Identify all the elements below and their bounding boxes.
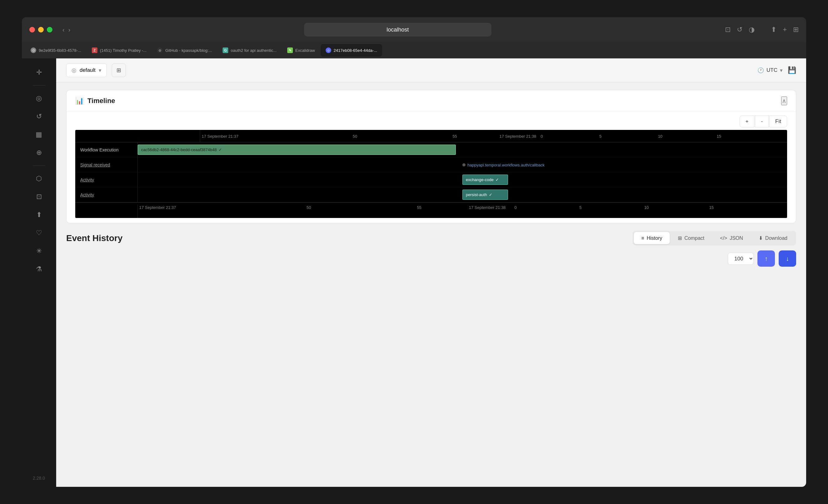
- forward-button[interactable]: ›: [68, 26, 71, 33]
- activity1-bar[interactable]: exchange-code ✓: [462, 175, 508, 185]
- pagination-controls: 100 50 25 ↑ ↓: [66, 250, 796, 267]
- activity2-bar[interactable]: persist-auth ✓: [462, 190, 508, 200]
- bottom-tick-50: 50: [306, 205, 311, 210]
- workflow-bar[interactable]: cac56db2-4868-44c2-bedd-ceaaf3874b48 ✓: [138, 144, 456, 155]
- page-down-button[interactable]: ↓: [779, 250, 796, 267]
- timeline-header: 📊 Timeline ∧: [67, 90, 796, 112]
- download-tab-icon: ⬇: [759, 235, 763, 241]
- traffic-lights: [29, 27, 52, 33]
- reload-icon[interactable]: ↺: [737, 26, 742, 34]
- sidebar-icon-flask[interactable]: ⚗: [31, 261, 47, 277]
- timeline-row-activity1: Activity exchange-code ✓: [75, 172, 787, 187]
- version-label: 2.28.0: [33, 475, 45, 480]
- ruler-tick-5: 5: [599, 134, 601, 138]
- timeline-chart-icon: 📊: [75, 97, 84, 105]
- sidebar-icon-eye[interactable]: ◎: [31, 91, 47, 106]
- json-tab-icon: </>: [720, 236, 727, 241]
- compact-tab-icon: ⊞: [678, 235, 682, 241]
- ruler-tick-15: 15: [716, 134, 721, 138]
- ruler-date-left: 17 September 21:37: [202, 134, 239, 138]
- row-label-activity1[interactable]: Activity: [75, 172, 138, 187]
- tab-1[interactable]: ⊙ 9e2e9f35-6b83-4578-...: [26, 44, 86, 56]
- compact-tab-label: Compact: [685, 236, 704, 241]
- bottom-ruler-date-right: 17 September 21:38: [469, 205, 506, 210]
- new-tab-icon[interactable]: +: [783, 26, 787, 34]
- timezone-value: UTC: [767, 67, 777, 73]
- bottom-tick-15: 15: [709, 205, 713, 210]
- sidebar-divider-1: [33, 85, 45, 86]
- save-layout-button[interactable]: 💾: [788, 66, 796, 74]
- timeline-row-activity2: Activity persist-auth ✓: [75, 187, 787, 202]
- check-icon-activity1: ✓: [495, 177, 499, 182]
- timeline-row-signal: Signal received happyapi.temporal.workfl…: [75, 157, 787, 172]
- sidebar-icon-heart[interactable]: ♡: [31, 225, 47, 241]
- zoom-in-button[interactable]: +: [740, 116, 755, 127]
- timeline-section: 📊 Timeline ∧ + - Fit: [66, 90, 796, 223]
- toolbar-right: ⊡ ↺ ◑ ⬆ + ⊞: [725, 26, 799, 34]
- timezone-dropdown-icon: ▾: [780, 67, 783, 74]
- content-area: ◎ default ▾ ⊞ 🕐 UTC ▾ 💾: [56, 58, 806, 487]
- signal-dot: [462, 163, 465, 166]
- check-icon-workflow: ✓: [218, 148, 222, 152]
- tabs-icon[interactable]: ⊞: [793, 26, 799, 34]
- brightness-icon[interactable]: ◑: [749, 26, 755, 34]
- tab-compact[interactable]: ⊞ Compact: [670, 232, 712, 244]
- minimize-button[interactable]: [38, 27, 44, 33]
- browser-window: ‹ › localhost ⊡ ↺ ◑ ⬆ + ⊞ ⊙ 9e2e9f35-6b8…: [22, 17, 806, 487]
- share-icon[interactable]: ⬆: [771, 26, 777, 34]
- nav-buttons: ‹ ›: [63, 26, 70, 33]
- tab-2[interactable]: Z (1451) Timothy Pratley -...: [87, 44, 152, 56]
- timeline-title: 📊 Timeline: [75, 97, 115, 105]
- external-link-button[interactable]: ⊞: [112, 64, 126, 77]
- timezone-selector[interactable]: 🕐 UTC ▾: [757, 67, 783, 74]
- bottom-ruler-date-left: 17 September 21:37: [139, 205, 176, 210]
- tab-download[interactable]: ⬇ Download: [751, 232, 795, 244]
- zoom-out-button[interactable]: -: [755, 116, 769, 127]
- tab-history[interactable]: ≡ History: [634, 232, 670, 244]
- row-label-activity2[interactable]: Activity: [75, 187, 138, 202]
- tab-4[interactable]: G oauth2 for api authentic...: [218, 44, 282, 56]
- back-button[interactable]: ‹: [63, 26, 65, 33]
- sidebar-icon-table[interactable]: ▦: [31, 127, 47, 142]
- namespace-selector[interactable]: ◎ default ▾: [66, 64, 107, 77]
- page-up-button[interactable]: ↑: [757, 250, 775, 267]
- sidebar-icon-inbox[interactable]: ⊡: [31, 189, 47, 205]
- signal-label: happyapi.temporal.workflows.auth/callbac…: [467, 162, 544, 167]
- timeline-chart: 17 September 21:37 50 55 17 September 21…: [75, 130, 787, 218]
- address-bar[interactable]: localhost: [304, 23, 491, 37]
- row-content-signal: happyapi.temporal.workflows.auth/callbac…: [138, 157, 787, 172]
- tabbar: ⊙ 9e2e9f35-6b83-4578-... Z (1451) Timoth…: [22, 42, 806, 58]
- url-text: localhost: [386, 27, 409, 33]
- row-label-signal[interactable]: Signal received: [75, 157, 138, 172]
- sidebar-icon-upload[interactable]: ⬆: [31, 207, 47, 223]
- zoom-fit-button[interactable]: Fit: [769, 116, 787, 127]
- tab-3[interactable]: ⊙ GitHub - kpassapk/blog:...: [152, 44, 217, 56]
- sidebar-icon-history[interactable]: ↺: [31, 109, 47, 124]
- namespace-dropdown-icon: ▾: [99, 67, 101, 74]
- sidebar-icon-layers[interactable]: ⊕: [31, 145, 47, 161]
- bottom-tick-10: 10: [644, 205, 649, 210]
- namespace-value: default: [80, 67, 95, 73]
- row-content-activity1: exchange-code ✓: [138, 172, 787, 187]
- tab-6[interactable]: ⊙ 2417eb08-65e4-44da-...: [321, 44, 382, 56]
- maximize-button[interactable]: [47, 27, 52, 33]
- bottom-tick-0: 0: [514, 205, 516, 210]
- row-content-activity2: persist-auth ✓: [138, 187, 787, 202]
- sidebar-icon-box[interactable]: ⬡: [31, 171, 47, 186]
- page-size-select[interactable]: 100 50 25: [728, 253, 754, 265]
- sidebar-icon-sparkle[interactable]: ✳: [31, 243, 47, 259]
- history-tab-icon: ≡: [641, 236, 644, 241]
- close-button[interactable]: [29, 27, 35, 33]
- bottom-tick-5: 5: [579, 205, 581, 210]
- titlebar: ‹ › localhost ⊡ ↺ ◑ ⬆ + ⊞: [22, 17, 806, 42]
- main-layout: ✛ ◎ ↺ ▦ ⊕ ⬡ ⊡ ⬆ ♡ ✳ ⚗ 2.28.0 ◎ default: [22, 58, 806, 487]
- sidebar-icon-crosshair[interactable]: ✛: [31, 65, 47, 80]
- row-label-workflow: Workflow Execution: [75, 142, 138, 157]
- timeline-collapse-button[interactable]: ∧: [781, 96, 787, 105]
- bottom-tick-55: 55: [417, 205, 421, 210]
- translate-icon[interactable]: ⊡: [725, 26, 731, 34]
- event-history-tabs: ≡ History ⊞ Compact </> JSON ⬇: [632, 231, 796, 245]
- sidebar: ✛ ◎ ↺ ▦ ⊕ ⬡ ⊡ ⬆ ♡ ✳ ⚗ 2.28.0: [22, 58, 56, 487]
- tab-json[interactable]: </> JSON: [712, 232, 751, 244]
- tab-5[interactable]: ✎ Excalidraw: [282, 44, 320, 56]
